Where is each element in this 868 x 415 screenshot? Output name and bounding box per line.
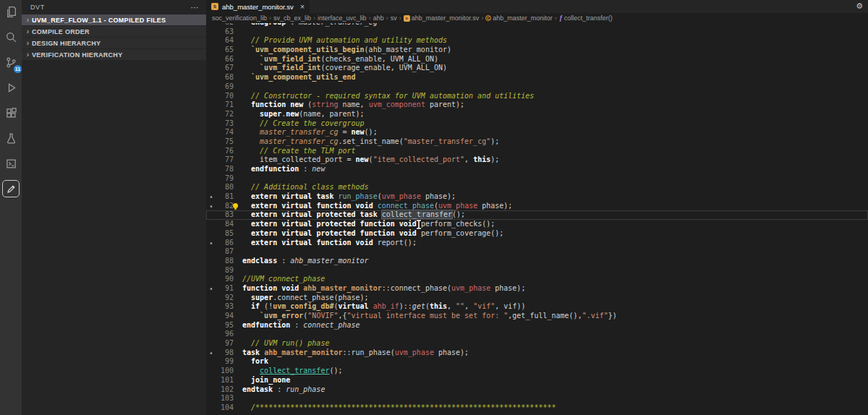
code-line-68[interactable]: 68 `uvm_component_utils_end	[206, 73, 868, 82]
override-marker-icon[interactable]: ▴	[206, 202, 216, 211]
code-line-75[interactable]: 75 master_transfer_cg.set_inst_name("mas…	[206, 137, 868, 147]
code-line-78[interactable]: 78 endfunction : new	[206, 165, 868, 174]
code-line-90[interactable]: 90//UVM connect_phase	[206, 275, 868, 284]
line-number[interactable]: 76	[216, 147, 234, 156]
line-number[interactable]: 90	[216, 275, 234, 284]
override-marker-icon[interactable]: ▴	[206, 192, 216, 202]
code-line-74[interactable]: 74 master_transfer_cg = new();	[206, 128, 868, 137]
line-number[interactable]: 74	[216, 128, 234, 137]
sidebar-section-compile-order[interactable]: ›COMPILE ORDER	[22, 26, 206, 37]
line-number[interactable]: 88	[216, 257, 234, 266]
code-line-77[interactable]: 77 item_collected_port = new("item_colle…	[206, 155, 868, 165]
code-line-67[interactable]: 67 `uvm_field_int(coverage_enable, UVM_A…	[206, 64, 868, 73]
line-number[interactable]: 94	[216, 312, 234, 321]
line-number[interactable]: 73	[216, 119, 234, 129]
line-number[interactable]: 102	[216, 385, 234, 395]
line-number[interactable]: 79	[216, 174, 234, 184]
line-number[interactable]: 67	[216, 64, 234, 73]
line-number[interactable]: 78	[216, 165, 234, 174]
code-line-101[interactable]: 101 join_none	[206, 376, 868, 385]
code-line-63[interactable]: 63	[206, 27, 868, 37]
sidebar-section-design-hierarchy[interactable]: ›DESIGN HIERARCHY	[22, 38, 206, 48]
line-number[interactable]: 64	[216, 36, 234, 46]
line-number[interactable]: 77	[216, 155, 234, 165]
line-number[interactable]: 97	[216, 339, 234, 348]
line-number[interactable]: 85	[216, 229, 234, 239]
code-line-89[interactable]: 89	[206, 266, 868, 275]
line-number[interactable]: 82	[216, 202, 234, 211]
code-editor[interactable]: 62 endgroup : master_transfer_cg6364 // …	[206, 23, 868, 415]
code-line-72[interactable]: 72 super.new(name, parent);	[206, 110, 868, 119]
breadcrumb-item[interactable]: soc_verification_lib	[212, 14, 267, 22]
code-line-81[interactable]: ▴81 extern virtual task run_phase(uvm_ph…	[206, 192, 868, 202]
code-line-73[interactable]: 73 // Create the covergroup	[206, 119, 868, 129]
code-line-95[interactable]: 95endfunction : connect_phase	[206, 321, 868, 330]
line-number[interactable]: 103	[216, 394, 234, 403]
breadcrumb-item[interactable]: sv_cb_ex_lib	[273, 14, 311, 22]
code-line-69[interactable]: 69	[206, 82, 868, 92]
code-line-88[interactable]: 88endclass : ahb_master_monitor	[206, 257, 868, 266]
line-number[interactable]: 86	[216, 239, 234, 248]
code-line-65[interactable]: 65 `uvm_component_utils_begin(ahb_master…	[206, 46, 868, 55]
settings-gear-icon[interactable]: ⚙	[856, 1, 863, 11]
lightbulb-icon[interactable]	[232, 203, 239, 210]
line-number[interactable]: 72	[216, 110, 234, 119]
line-number[interactable]: 69	[216, 82, 234, 92]
breadcrumb-item[interactable]: sv	[391, 14, 397, 22]
line-number[interactable]: 84	[216, 220, 234, 229]
line-number[interactable]: 63	[216, 27, 234, 37]
code-line-97[interactable]: 97 // UVM run() phase	[206, 339, 868, 348]
code-line-76[interactable]: 76 // Create the TLM port	[206, 147, 868, 156]
test-beaker-icon[interactable]	[2, 129, 20, 147]
code-line-87[interactable]: 87	[206, 247, 868, 257]
line-number[interactable]: 98	[216, 348, 234, 358]
code-line-71[interactable]: 71 function new (string name, uvm_compon…	[206, 100, 868, 110]
code-line-92[interactable]: 92 super.connect_phase(phase);	[206, 294, 868, 303]
code-line-103[interactable]: 103	[206, 394, 868, 403]
code-line-82[interactable]: ▴82 extern virtual function void connect…	[206, 202, 868, 211]
line-number[interactable]: 96	[216, 330, 234, 339]
sidebar-section-uvm-ref-flow-1-1-compiled-files[interactable]: ›UVM_REF_FLOW_1.1 - COMPILED FILES	[22, 14, 206, 25]
code-line-85[interactable]: 85 extern virtual protected function voi…	[206, 229, 868, 239]
line-number[interactable]: 95	[216, 321, 234, 330]
line-number[interactable]: 104	[216, 403, 234, 413]
line-number[interactable]: 100	[216, 367, 234, 376]
close-icon[interactable]: ×	[300, 2, 305, 11]
code-line-64[interactable]: 64 // Provide UVM automation and utility…	[206, 36, 868, 46]
line-number[interactable]: 66	[216, 55, 234, 64]
terminal-icon[interactable]	[2, 155, 20, 172]
line-number[interactable]: 80	[216, 183, 234, 192]
code-line-83[interactable]: 83 extern virtual protected task collect…	[206, 210, 868, 220]
line-number[interactable]: 83	[216, 210, 234, 220]
override-marker-icon[interactable]: ▴	[206, 348, 216, 358]
code-line-91[interactable]: ▴91function void ahb_master_monitor::con…	[206, 284, 868, 294]
code-line-86[interactable]: ▴86 extern virtual function void report(…	[206, 239, 868, 248]
tab-ahb-master-monitor[interactable]: s ahb_master_monitor.sv ×	[206, 0, 310, 13]
code-line-93[interactable]: 93 if (!uvm_config_db#(virtual ahb_if)::…	[206, 302, 868, 312]
code-line-80[interactable]: 80 // Additional class methods	[206, 183, 868, 192]
line-number[interactable]: 71	[216, 100, 234, 110]
line-number[interactable]: 70	[216, 92, 234, 101]
run-debug-icon[interactable]	[2, 79, 20, 96]
line-number[interactable]: 65	[216, 46, 234, 55]
line-number[interactable]: 81	[216, 192, 234, 202]
breadcrumb-item[interactable]: interface_uvc_lib	[318, 14, 367, 22]
line-number[interactable]: 68	[216, 73, 234, 82]
line-number[interactable]: 99	[216, 357, 234, 367]
code-line-96[interactable]: 96	[206, 330, 868, 339]
breadcrumb-item[interactable]: Cahb_master_monitor	[485, 14, 553, 22]
override-marker-icon[interactable]: ▴	[206, 284, 216, 294]
breadcrumb-item[interactable]: ƒcollect_transfer()	[559, 14, 613, 22]
line-number[interactable]: 92	[216, 294, 234, 303]
line-number[interactable]: 87	[216, 247, 234, 257]
line-number[interactable]: 75	[216, 137, 234, 147]
code-line-102[interactable]: 102endtask : run_phase	[206, 385, 868, 395]
sidebar-section-verification-hierarchy[interactable]: ›VERIFICATION HIERARCHY	[22, 49, 206, 60]
code-line-70[interactable]: 70 // Constructor - required syntax for …	[206, 92, 868, 101]
extensions-icon[interactable]	[2, 104, 20, 121]
code-line-84[interactable]: 84 extern virtual protected function voi…	[206, 220, 868, 229]
line-number[interactable]: 101	[216, 376, 234, 385]
line-number[interactable]: 93	[216, 302, 234, 312]
breadcrumb-item[interactable]: ahb	[373, 14, 384, 22]
more-actions-icon[interactable]: ⋯	[190, 3, 199, 12]
